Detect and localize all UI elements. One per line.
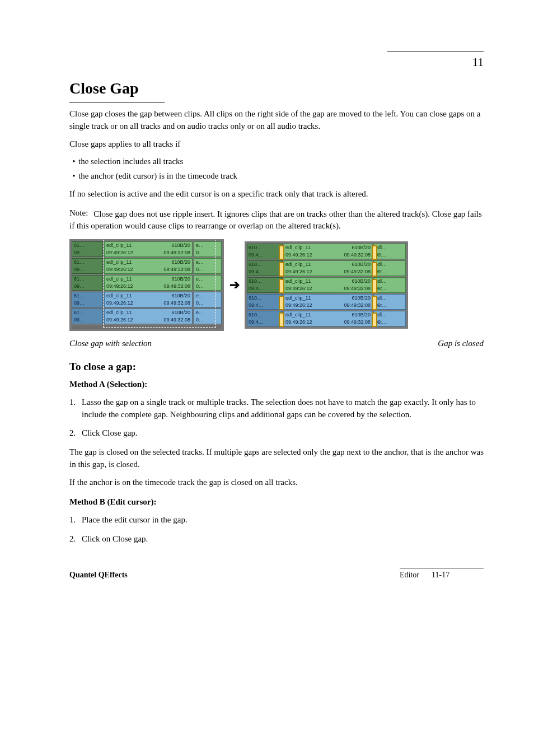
method-a-result-audio: The gap is closed on the selected tracks… <box>69 446 484 471</box>
chapter-rule <box>387 52 484 52</box>
method-b-title: Method B (Edit cursor): <box>69 496 484 508</box>
cursor-marker-icon <box>372 262 377 277</box>
chapter-number: 11 <box>69 55 484 69</box>
method-a-result-video: If the anchor is on the timecode track t… <box>69 477 484 489</box>
method-a-title: Method A (Selection): <box>69 379 484 391</box>
cursor-marker-icon <box>372 245 377 260</box>
timeline-before: 610A/2009:49:09:18 edl_clip_11610B/2009:… <box>69 239 224 331</box>
title-underline <box>69 102 165 102</box>
precond-lead: Close gaps applies to all tracks if <box>69 138 484 151</box>
arrow-icon: ➔ <box>229 278 239 292</box>
cursor-marker-icon <box>279 296 284 310</box>
cursor-marker-icon <box>372 296 377 310</box>
precond-item: •the selection includes all tracks <box>69 156 484 168</box>
intro-paragraph: Close gap closes the gap between clips. … <box>69 108 484 133</box>
cursor-marker-icon <box>279 245 284 260</box>
cursor-marker-icon <box>279 279 284 293</box>
figure-captions: Close gap with selection Gap is closed <box>69 339 484 348</box>
method-b-steps: 1.Place the edit cursor in the gap. 2.Cl… <box>69 514 484 545</box>
cursor-marker-icon <box>279 312 284 327</box>
figure: 610A/2009:49:09:18 edl_clip_11610B/2009:… <box>69 239 484 331</box>
note-block: Note: Close gap does not use ripple inse… <box>69 208 484 233</box>
page-footer: Quantel QEffects Editor11-17 <box>69 568 484 580</box>
precond-trailing: If no selection is active and the edit c… <box>69 188 484 200</box>
cursor-marker-icon <box>279 262 284 277</box>
page-title: Close Gap <box>69 80 484 97</box>
timeline-after: 610A/2009:49:09:18 edl_clip_11610B/2009:… <box>245 241 408 329</box>
precond-item: •the anchor (edit cursor) is in the time… <box>69 170 484 183</box>
cursor-marker-icon <box>372 279 377 293</box>
steps-heading: To close a gap: <box>69 361 484 373</box>
method-a-steps: 1.Lasso the gap on a single track or mul… <box>69 396 484 440</box>
cursor-marker-icon <box>372 312 377 327</box>
